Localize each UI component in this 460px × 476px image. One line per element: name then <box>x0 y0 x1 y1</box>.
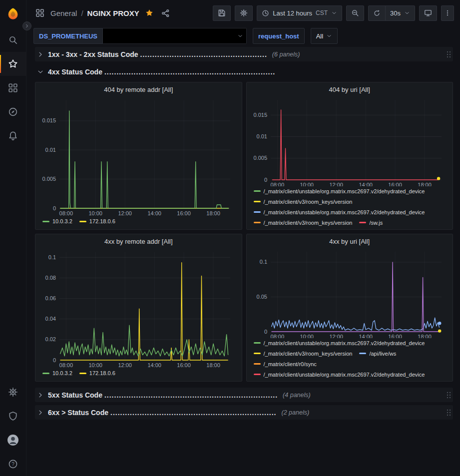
sidebar-item-starred[interactable] <box>0 52 26 76</box>
dashboard-settings-button[interactable] <box>235 5 253 21</box>
row-4xx[interactable]: 4xx Status Code ........................… <box>35 64 453 79</box>
star-icon <box>8 59 18 69</box>
monitor-icon <box>424 9 432 17</box>
compass-icon <box>8 107 18 117</box>
svg-text:18:00: 18:00 <box>418 334 432 338</box>
legend-item[interactable]: 10.0.3.2 <box>42 217 72 225</box>
refresh-button[interactable] <box>368 5 386 21</box>
svg-text:14:00: 14:00 <box>147 210 161 216</box>
panel-title[interactable]: 404 by remote addr [All] <box>39 84 238 95</box>
legend-item[interactable]: /_matrix/client/v3/room_keys/version <box>254 350 353 358</box>
row-drag-handle[interactable] <box>446 409 451 417</box>
variables-bar: DS_PROMETHEUS request_host All <box>26 26 460 46</box>
svg-text:08:00: 08:00 <box>270 182 284 186</box>
legend-item[interactable]: /api/live/ws <box>359 350 396 358</box>
svg-text:10:00: 10:00 <box>88 362 102 368</box>
row-drag-handle[interactable] <box>446 50 451 58</box>
svg-text:0.015: 0.015 <box>42 117 56 123</box>
svg-text:16:00: 16:00 <box>388 182 402 186</box>
chevron-right-icon <box>37 51 44 58</box>
datasource-select[interactable] <box>103 28 247 44</box>
row-title: 4xx Status Code <box>48 68 102 76</box>
sidebar-item-admin[interactable] <box>0 404 26 428</box>
share-button[interactable] <box>159 7 172 19</box>
search-icon <box>8 35 18 45</box>
legend-item[interactable]: 10.0.3.2 <box>42 369 72 377</box>
zoom-out-button[interactable] <box>346 5 364 21</box>
svg-text:14:00: 14:00 <box>359 182 373 186</box>
datasource-variable-label[interactable]: DS_PROMETHEUS <box>33 28 103 44</box>
sidebar-item-search[interactable] <box>0 28 26 52</box>
legend-item[interactable]: /_matrix/client/v3/room_keys/version <box>254 198 353 206</box>
legend-item[interactable]: 172.18.0.6 <box>79 369 115 377</box>
sidebar: ? <box>0 0 26 476</box>
time-series-chart: 00.020.040.060.080.108:0010:0012:0014:00… <box>39 247 237 369</box>
legend-series-color <box>254 363 261 365</box>
svg-text:0.1: 0.1 <box>48 254 56 260</box>
svg-text:0: 0 <box>53 205 56 211</box>
drag-dots-icon <box>446 409 451 417</box>
legend-series-color <box>42 221 49 222</box>
svg-text:0.05: 0.05 <box>256 294 267 300</box>
more-options-button[interactable] <box>441 5 454 21</box>
legend-item[interactable]: 172.18.0.6 <box>79 217 115 225</box>
svg-text:10:00: 10:00 <box>88 210 102 216</box>
sidebar-item-dashboards[interactable] <box>0 76 26 100</box>
grafana-flame-icon <box>6 7 20 21</box>
sidebar-item-explore[interactable] <box>0 100 26 124</box>
legend-item[interactable]: /_matrix/client/unstable/org.matrix.msc2… <box>254 339 425 347</box>
time-series-chart: 00.0050.010.01508:0010:0012:0014:0016:00… <box>251 95 449 186</box>
favorite-star-button[interactable] <box>143 7 155 19</box>
row-panel-count: (2 panels) <box>282 409 310 416</box>
legend-series-color <box>254 353 261 354</box>
row-6xx[interactable]: 6xx > Status Code ......................… <box>35 405 453 420</box>
drag-dots-icon <box>446 50 451 58</box>
refresh-interval-dropdown[interactable]: 30s <box>385 5 415 21</box>
row-title-dots: ........................................… <box>104 68 275 76</box>
legend-item[interactable]: /_matrix/client/unstable/org.matrix.msc2… <box>254 187 425 195</box>
share-icon <box>161 9 170 17</box>
gear-icon <box>240 9 248 17</box>
breadcrumb-section[interactable]: General <box>50 9 77 17</box>
panel-404-by-remote-addr: 404 by remote addr [All] 00.0050.010.015… <box>35 82 242 230</box>
tv-mode-button[interactable] <box>419 5 437 21</box>
breadcrumb: General / NGINX PROXY <box>50 9 139 17</box>
panel-title[interactable]: 404 by uri [All] <box>251 84 449 95</box>
grafana-logo[interactable] <box>0 0 26 28</box>
legend-series-color <box>254 374 261 375</box>
svg-text:16:00: 16:00 <box>388 334 402 338</box>
svg-text:0.005: 0.005 <box>42 176 56 182</box>
legend-item[interactable]: /_matrix/client/unstable/org.matrix.msc2… <box>254 371 425 379</box>
svg-text:12:00: 12:00 <box>329 334 343 338</box>
page-title[interactable]: NGINX PROXY <box>87 9 139 17</box>
save-dashboard-button[interactable] <box>213 5 231 21</box>
sidebar-item-configuration[interactable] <box>0 380 26 404</box>
legend-item[interactable]: /_matrix/client/r0/sync <box>254 360 317 368</box>
dashboard-header: General / NGINX PROXY Last 12 hours CST <box>26 0 460 26</box>
sidebar-item-alerting[interactable] <box>0 124 26 148</box>
chevron-down-icon <box>404 10 410 16</box>
request-host-variable-label[interactable]: request_host <box>253 28 305 44</box>
row-5xx[interactable]: 5xx Status Code ........................… <box>35 388 453 402</box>
row-drag-handle[interactable] <box>446 391 451 399</box>
sidebar-item-profile[interactable] <box>0 428 26 452</box>
legend-series-color <box>254 211 261 213</box>
request-host-select[interactable]: All <box>311 28 338 44</box>
svg-text:0.005: 0.005 <box>253 155 267 161</box>
apps-menu-button[interactable] <box>33 6 46 19</box>
bell-icon <box>8 131 18 141</box>
panel-title[interactable]: 4xx by remote addr [All] <box>39 236 238 247</box>
sidebar-expand-toggle[interactable] <box>22 21 31 30</box>
panel-legend: 10.0.3.2172.18.0.6 <box>39 368 238 379</box>
panel-title[interactable]: 4xx by uri [All] <box>251 236 449 247</box>
legend-item[interactable]: /sw.js <box>359 219 383 227</box>
shield-icon <box>8 411 18 421</box>
time-range-picker[interactable]: Last 12 hours CST <box>257 5 342 21</box>
legend-item[interactable]: /_matrix/client/v3/room_keys/version <box>254 219 353 227</box>
legend-series-color <box>42 373 49 374</box>
legend-item[interactable]: /_matrix/client/unstable/org.matrix.msc2… <box>254 208 425 216</box>
clock-icon <box>262 9 269 17</box>
row-1xx-3xx-2xx[interactable]: 1xx - 3xx - 2xx Status Code ............… <box>35 47 453 61</box>
sidebar-item-help[interactable]: ? <box>0 452 26 476</box>
svg-text:14:00: 14:00 <box>359 334 373 338</box>
